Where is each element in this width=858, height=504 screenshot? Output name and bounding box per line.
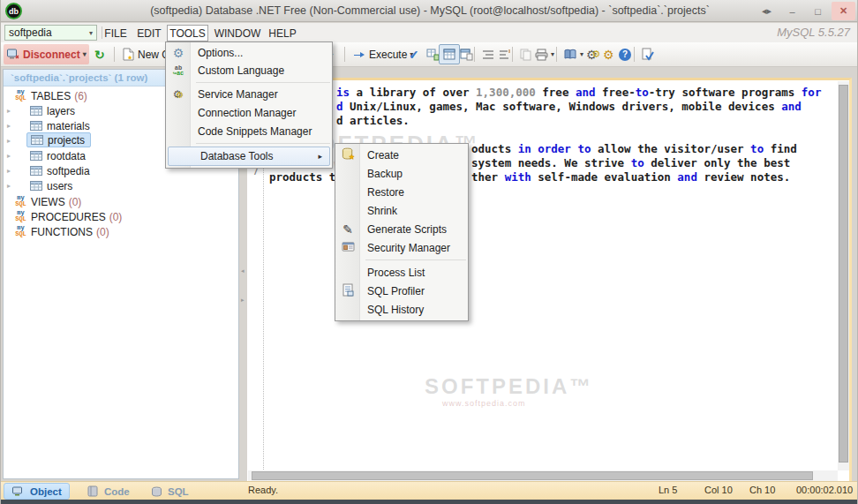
- chevron-down-icon: ▾: [83, 50, 87, 58]
- status-ch: Ch 10: [749, 485, 775, 495]
- tab-sql[interactable]: SQL: [142, 483, 196, 500]
- mysql-icon: mySQL: [13, 89, 28, 102]
- help-book-icon: [563, 48, 577, 62]
- submenu-item-sql-history[interactable]: SQL History: [335, 300, 468, 319]
- tab-code[interactable]: Code: [79, 483, 137, 500]
- menu-tools[interactable]: TOOLS: [167, 25, 208, 41]
- pane-toggle-button[interactable]: ◂▸: [755, 2, 779, 20]
- tree-label: FUNCTIONS: [31, 226, 93, 238]
- tree-label: users: [47, 180, 72, 192]
- collapse-right-icon[interactable]: ▸: [241, 297, 245, 304]
- submenu-item-shrink[interactable]: Shrink: [335, 201, 468, 220]
- expand-arrow-icon[interactable]: ▸: [7, 152, 11, 160]
- help-book-button[interactable]: ▾: [561, 44, 586, 64]
- horizontal-scrollbar-thumb[interactable]: [252, 471, 813, 480]
- divider: [344, 47, 345, 62]
- horizontal-scrollbar[interactable]: [248, 470, 838, 481]
- validate-button[interactable]: ✓: [406, 44, 422, 64]
- tree-label: TABLES: [31, 90, 71, 102]
- menu-separator: [196, 82, 330, 83]
- refresh-button[interactable]: ↻: [92, 44, 108, 64]
- table-icon: [29, 149, 43, 163]
- submenu-item-security-manager[interactable]: Security Manager: [335, 238, 468, 257]
- vertical-scrollbar[interactable]: [838, 81, 849, 470]
- collapse-left-icon[interactable]: ◂: [241, 267, 245, 275]
- close-button[interactable]: ✕: [832, 2, 855, 20]
- status-time: 00:00:02.010: [796, 485, 853, 495]
- tab-object[interactable]: Object: [4, 483, 70, 500]
- mysql-version-label: MySQL 5.5.27: [777, 26, 850, 39]
- object-tab-icon: [11, 485, 26, 499]
- mysql-icon: mySQL: [13, 210, 28, 223]
- menu-item-label: Code Snippets Manager: [198, 125, 312, 138]
- menu-item-database-tools[interactable]: Database Tools ▸: [168, 147, 330, 166]
- tree-section-procedures[interactable]: mySQL PROCEDURES(0): [3, 209, 237, 224]
- submenu-item-sql-profiler[interactable]: SQL Profiler: [335, 282, 468, 300]
- expand-arrow-icon[interactable]: ▸: [7, 167, 11, 175]
- tree-count: (0): [96, 226, 109, 238]
- menu-item-label: SQL Profiler: [367, 285, 425, 297]
- menu-separator: [365, 260, 466, 260]
- options-button[interactable]: ⚙: [600, 44, 617, 64]
- submenu-item-create[interactable]: Create: [335, 146, 468, 164]
- table-icon: [29, 119, 43, 133]
- code-line: d articles.: [336, 114, 410, 127]
- computer-icon: [6, 48, 20, 62]
- help-button[interactable]: ?: [616, 44, 634, 64]
- divider: [114, 47, 115, 62]
- tools-menu-popup: ⚙ Options... ab↪ac Custom Language ⚙⚙ Se…: [165, 41, 333, 169]
- refresh-icon: ↻: [94, 49, 105, 61]
- tree-section-functions[interactable]: mySQL FUNCTIONS(0): [3, 224, 237, 239]
- menu-window[interactable]: WINDOW: [213, 25, 262, 41]
- submenu-item-restore[interactable]: Restore: [335, 183, 468, 201]
- menu-item-label: Backup: [367, 168, 403, 180]
- submenu-item-backup[interactable]: Backup: [335, 164, 468, 183]
- submenu-item-process-list[interactable]: Process List: [335, 263, 468, 282]
- disconnect-button[interactable]: Disconnect ▾: [4, 44, 89, 64]
- menu-edit[interactable]: EDIT: [133, 25, 165, 41]
- menu-item-label: Options...: [198, 47, 243, 59]
- status-line: Ln 5: [659, 485, 677, 495]
- selected-row-highlight: projects: [26, 132, 91, 147]
- database-tools-submenu-popup: Create Backup Restore Shrink ✎ Generate …: [335, 143, 469, 321]
- tab-code-label: Code: [104, 486, 130, 497]
- menu-item-code-snippets-manager[interactable]: Code Snippets Manager: [166, 122, 332, 140]
- menu-item-connection-manager[interactable]: Connection Manager: [166, 103, 332, 122]
- menu-file[interactable]: FILE: [100, 25, 132, 41]
- table-page-button[interactable]: [456, 44, 476, 64]
- expand-arrow-icon[interactable]: ▸: [7, 182, 11, 190]
- rename-language-icon: ab↪ac: [170, 65, 186, 76]
- table-icon: [29, 164, 43, 178]
- tab-sql-label: SQL: [168, 486, 189, 497]
- menu-item-options[interactable]: ⚙ Options...: [166, 44, 332, 62]
- minimize-button[interactable]: –: [780, 2, 804, 20]
- menu-item-label: Security Manager: [367, 242, 450, 254]
- printer-icon: [534, 48, 548, 62]
- menu-item-service-manager[interactable]: ⚙⚙ Service Manager: [166, 86, 332, 103]
- menu-item-custom-language[interactable]: ab↪ac Custom Language: [166, 62, 332, 79]
- menu-help[interactable]: HELP: [266, 25, 299, 41]
- execute-arrow-icon: [352, 48, 366, 62]
- vertical-scrollbar-thumb[interactable]: [839, 85, 848, 463]
- window-controls: ◂▸ – □ ✕: [755, 0, 855, 22]
- expand-arrow-icon[interactable]: ▸: [7, 137, 11, 145]
- expand-arrow-icon[interactable]: ▸: [7, 122, 11, 130]
- app-window: db (softpedia) Database .NET Free (Non-C…: [0, 0, 858, 504]
- tree-section-views[interactable]: mySQL VIEWS(0): [3, 194, 237, 209]
- code-tab-icon: [86, 485, 100, 499]
- toolbar: Disconnect ▾ 00:01:35 ↻ New Qu ↷ Execute…: [1, 42, 858, 67]
- expand-arrow-icon[interactable]: ▸: [7, 107, 11, 115]
- indent-lines-icon: [481, 48, 495, 62]
- divider: [512, 47, 513, 62]
- tab-object-label: Object: [30, 486, 62, 497]
- maximize-button[interactable]: □: [806, 2, 830, 20]
- gear-small-icon: ⚙: [592, 49, 601, 59]
- database-selector[interactable]: softpedia ▾: [4, 25, 97, 41]
- tree-label: layers: [47, 105, 75, 117]
- page-check-icon: [641, 48, 655, 62]
- chevron-down-icon: ▾: [551, 50, 554, 58]
- script-check-button[interactable]: [638, 44, 658, 64]
- tree-item-users[interactable]: ▸ users: [3, 178, 237, 193]
- print-button[interactable]: ▾: [531, 44, 557, 64]
- submenu-item-generate-scripts[interactable]: ✎ Generate Scripts: [335, 220, 468, 238]
